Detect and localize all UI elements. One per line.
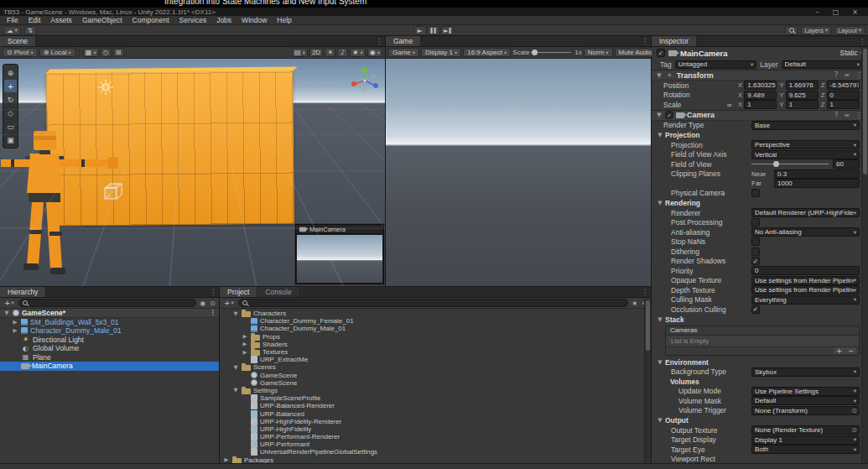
scene-options-icon[interactable]: ⋮ — [207, 309, 219, 316]
lighting-toggle[interactable]: ☀ — [325, 48, 335, 57]
slider-knob[interactable] — [532, 50, 538, 55]
step-button[interactable]: ► — [440, 26, 455, 35]
create-asset-button[interactable]: +▾ — [222, 299, 236, 307]
project-item-universalrenderpipelineglobalsettings[interactable]: UniversalRenderPipelineGlobalSettings — [220, 448, 651, 456]
inspector-menu-icon[interactable]: ⋮ — [856, 38, 868, 45]
global-volume-gizmo[interactable] — [102, 181, 124, 201]
foldout-icon[interactable]: ▼ — [657, 359, 663, 366]
volume-trigger-object-field[interactable]: None (Transform)⊙ — [751, 406, 860, 415]
project-item-urp-balanced-renderer[interactable]: URP-Balanced-Renderer — [220, 402, 651, 409]
object-picker-icon[interactable]: ⊙ — [851, 426, 857, 434]
project-item-gamescene[interactable]: GameScene — [220, 372, 651, 379]
project-item-urp-highfidelity-renderer[interactable]: URP-HighFidelity-Renderer — [220, 418, 651, 425]
active-checkbox[interactable]: ✓ — [657, 49, 665, 57]
version-control-button[interactable]: ⇅ — [24, 26, 37, 35]
transform-scale-z-field[interactable]: 1 — [827, 100, 860, 109]
mute-audio-toggle[interactable]: Mute Audio — [615, 48, 657, 57]
help-icon[interactable]: ? — [833, 112, 839, 119]
inspector-scrollbar[interactable] — [861, 47, 868, 463]
output-texture-object-field[interactable]: None (Render Texture)⊙ — [751, 425, 860, 435]
preset-icon[interactable]: ≡ — [842, 71, 851, 79]
priority-field[interactable]: 0 — [751, 266, 860, 275]
preset-icon[interactable]: ≡ — [842, 112, 851, 119]
foldout-icon[interactable]: ▶ — [223, 456, 230, 463]
remove-camera-button[interactable]: − — [845, 347, 856, 354]
project-item-characters[interactable]: ▼Characters — [220, 310, 651, 317]
tab-scene[interactable]: Scene — [0, 36, 36, 46]
project-item-urp-highfidelity[interactable]: URP-HighFidelity — [220, 425, 651, 433]
target-eye-dropdown[interactable]: Both▾ — [751, 445, 860, 454]
project-item-settings[interactable]: ▼Settings — [220, 387, 651, 394]
project-item-props[interactable]: ▶Props — [220, 333, 651, 341]
near-field[interactable]: 0.3 — [774, 169, 860, 179]
scene-visibility-icon[interactable]: ◉ — [199, 300, 206, 307]
renderer-dropdown[interactable]: Default Renderer (URP-HighFidelity-Rend▾ — [751, 208, 860, 217]
menu-file[interactable]: File — [2, 16, 23, 24]
hierarchy-item-global-volume[interactable]: ◐Global Volume — [0, 344, 219, 353]
foldout-icon[interactable]: ▶ — [242, 333, 248, 340]
scrollbar-thumb[interactable] — [646, 300, 650, 351]
tag-dropdown[interactable]: Untagged▾ — [675, 60, 757, 69]
menu-help[interactable]: Help — [272, 16, 296, 24]
section-stack[interactable]: ▼Stack — [652, 315, 868, 325]
hierarchy-search-input[interactable] — [18, 299, 197, 307]
scene-menu-icon[interactable]: ⋮ — [373, 38, 385, 45]
render-shadows-checkbox[interactable]: ✓ — [751, 257, 760, 265]
constrain-proportions-icon[interactable]: ∞ — [726, 101, 732, 109]
view-tool-button[interactable]: ⊕ — [4, 66, 17, 79]
tab-game[interactable]: Game — [386, 36, 421, 46]
display-dropdown[interactable]: Display 1▾ — [421, 48, 461, 57]
projection-dropdown[interactable]: Perspective▾ — [751, 140, 860, 149]
transform-position-x-field[interactable]: 1.630325 — [744, 81, 777, 90]
physical-camera-checkbox[interactable] — [751, 189, 760, 197]
tab-project[interactable]: Project — [220, 287, 257, 297]
project-scrollbar[interactable] — [644, 299, 651, 463]
tab-inspector[interactable]: Inspector — [652, 36, 697, 46]
component-enabled-checkbox[interactable]: ✓ — [666, 112, 673, 119]
hierarchy-item-character-dummy-male-01[interactable]: ▶Character_Dummy_Male_01 — [0, 326, 219, 336]
project-item-textures[interactable]: ▶Textures — [220, 348, 651, 356]
play-mode-dropdown[interactable]: Norm▾ — [584, 48, 613, 57]
foldout-icon[interactable]: ▶ — [242, 341, 248, 347]
grid-visibility-dropdown[interactable]: ▦▾ — [83, 48, 99, 57]
transform-scale-y-field[interactable]: 1 — [786, 100, 819, 109]
hierarchy-item-sm-buildings-wall-5x3-01[interactable]: ▶SM_Buildings_Wall_5x3_01 — [0, 318, 219, 327]
section-projection[interactable]: ▼Projection — [652, 130, 868, 140]
stop-nans-checkbox[interactable] — [751, 237, 760, 246]
foldout-icon[interactable]: ▼ — [657, 132, 663, 138]
add-camera-button[interactable]: + — [834, 347, 845, 354]
scrollbar-thumb[interactable] — [863, 49, 867, 175]
foldout-icon[interactable]: ▼ — [232, 310, 239, 317]
increment-snap-toggle[interactable]: ⊞ — [113, 48, 124, 57]
transform-position-z-field[interactable]: -6.545797 — [827, 81, 860, 90]
occlusion-culling-checkbox[interactable]: ✓ — [751, 305, 760, 314]
project-item-shaders[interactable]: ▶Shaders — [220, 341, 651, 348]
tab-console[interactable]: Console — [257, 287, 299, 297]
menu-jobs[interactable]: Jobs — [211, 16, 236, 24]
anti-aliasing-dropdown[interactable]: No Anti-aliasing▾ — [751, 227, 860, 237]
close-icon[interactable]: × — [852, 8, 858, 16]
foldout-icon[interactable]: ▼ — [657, 316, 663, 323]
section-output[interactable]: ▼Output — [652, 415, 868, 425]
search-button[interactable] — [785, 26, 798, 35]
transform-rotation-y-field[interactable]: 9.625 — [786, 91, 819, 100]
cloud-services-button[interactable]: ☁▾ — [3, 26, 21, 35]
handle-space-dropdown[interactable]: ⊕Local▾ — [39, 48, 75, 57]
foldout-icon[interactable]: ▼ — [657, 200, 663, 206]
opaque-texture-dropdown[interactable]: Use settings from Render Pipeline Asset▾ — [751, 276, 860, 285]
foldout-icon[interactable]: ▼ — [656, 72, 663, 79]
static-dropdown[interactable]: Static▾ — [839, 49, 863, 57]
layout-dropdown[interactable]: Layout▾ — [834, 26, 865, 35]
rotate-tool-button[interactable]: ↻ — [4, 93, 17, 106]
update-mode-dropdown[interactable]: Use Pipeline Settings▾ — [751, 387, 860, 396]
transform-rotation-z-field[interactable]: 0 — [827, 91, 860, 100]
section-rendering[interactable]: ▼Rendering — [652, 198, 868, 208]
project-item-samplesceneprofile[interactable]: SampleSceneProfile — [220, 394, 651, 402]
project-item-urp-extractme[interactable]: URP_ExtractMe — [220, 356, 651, 363]
scene-orientation-gizmo[interactable] — [350, 65, 380, 96]
effects-dropdown[interactable]: ★▾ — [350, 48, 365, 57]
project-search-input[interactable] — [238, 299, 628, 307]
play-button[interactable]: ► — [413, 26, 426, 35]
project-item-gamescene[interactable]: GameScene — [220, 379, 651, 387]
transform-component-header[interactable]: ▼ + Transform ? ≡ ⋮ — [652, 70, 868, 81]
